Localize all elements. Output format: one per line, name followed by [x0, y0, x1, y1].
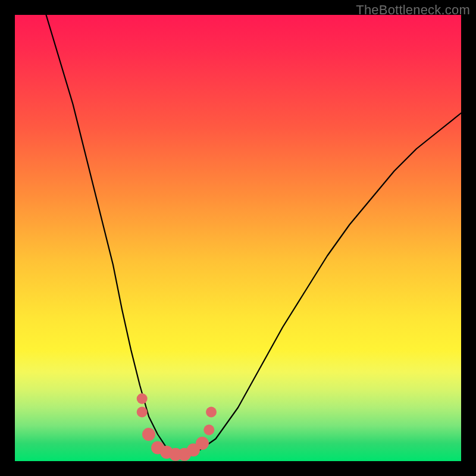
- svg-point-2: [142, 428, 155, 441]
- curve-layer: [15, 15, 461, 461]
- valley-markers: [137, 393, 217, 461]
- svg-point-9: [203, 425, 214, 436]
- svg-point-0: [137, 393, 148, 404]
- plot-area: [15, 15, 461, 461]
- svg-point-8: [196, 437, 209, 450]
- watermark-text: TheBottleneck.com: [356, 2, 470, 18]
- bottleneck-curve: [46, 15, 462, 457]
- svg-point-1: [137, 407, 148, 418]
- chart-frame: TheBottleneck.com: [0, 0, 476, 476]
- svg-point-10: [206, 407, 217, 418]
